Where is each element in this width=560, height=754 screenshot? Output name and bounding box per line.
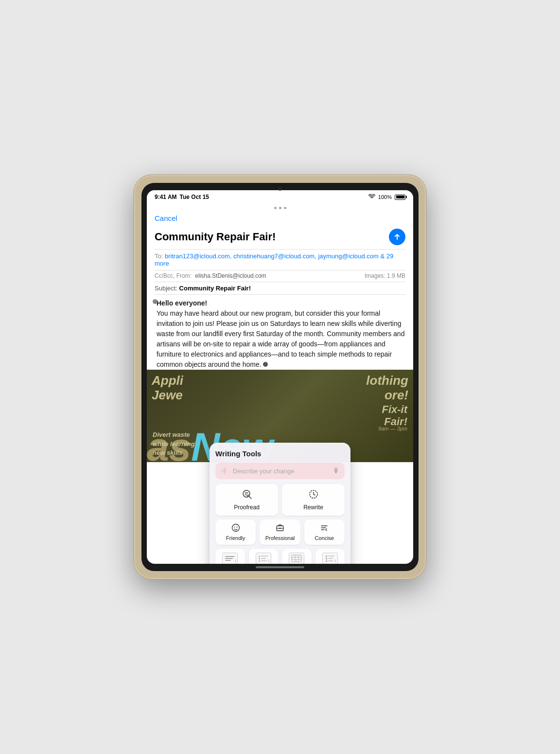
battery-icon	[395, 195, 405, 200]
rewrite-icon	[308, 489, 319, 502]
device-wrapper: 9:41 AM Tue Oct 15 100%	[124, 168, 436, 586]
status-date: Tue Oct 15	[180, 194, 209, 200]
svg-point-7	[232, 524, 239, 532]
writing-tools-tone-buttons: Friendly	[215, 520, 345, 545]
subject-line: Subject: Community Repair Fair!	[155, 282, 405, 294]
summary-icon: ↓	[222, 553, 238, 564]
writing-tools-input[interactable]: Describe your change	[233, 467, 329, 475]
subject-row: Community Repair Fair!	[155, 227, 405, 249]
table-button[interactable]: ↓ Table	[282, 549, 312, 564]
email-body-text[interactable]: Hello everyone! You may have heard about…	[147, 294, 413, 370]
ipad-screen: 9:41 AM Tue Oct 15 100%	[147, 190, 413, 564]
body-greeting: Hello everyone!	[157, 299, 207, 307]
status-bar: 9:41 AM Tue Oct 15 100%	[147, 190, 413, 204]
svg-point-8	[234, 527, 235, 528]
email-subject: Community Repair Fair!	[155, 231, 389, 243]
ipad-bezel: 9:41 AM Tue Oct 15 100%	[141, 183, 419, 571]
writing-tools-panel: Writing Tools	[210, 443, 350, 564]
writing-tools-input-row[interactable]: Describe your change 🎙	[215, 463, 345, 479]
cc-label: Cc/Bcc, From: elisha.StDenis@icloud.com	[155, 272, 266, 279]
concise-label: Concise	[315, 535, 334, 541]
professional-label: Professional	[265, 535, 295, 541]
list-icon: ↓	[322, 553, 338, 564]
proofread-label: Proofread	[234, 504, 260, 511]
list-button[interactable]: ↓ List	[315, 549, 345, 564]
dot-2	[279, 207, 281, 209]
rewrite-label: Rewrite	[303, 504, 323, 511]
rewrite-button[interactable]: Rewrite	[282, 484, 345, 516]
microphone-icon[interactable]: 🎙	[333, 467, 340, 475]
cancel-row: Cancel	[155, 212, 405, 227]
banner-top-right: lothing ore!	[366, 374, 408, 403]
svg-line-2	[249, 497, 251, 499]
concise-button[interactable]: Concise	[304, 520, 345, 545]
professional-icon	[276, 523, 284, 534]
summary-button[interactable]: ↓ Summary	[215, 549, 245, 564]
concise-icon	[320, 523, 329, 534]
cancel-button[interactable]: Cancel	[155, 214, 177, 222]
selection-handle-left	[153, 299, 158, 304]
friendly-icon	[231, 523, 240, 534]
svg-text:↓: ↓	[296, 559, 297, 562]
friendly-label: Friendly	[226, 535, 245, 541]
selection-handle-right	[263, 362, 268, 367]
svg-rect-12	[279, 528, 280, 529]
to-row: To: britran123@icloud.com, christinehuan…	[155, 250, 405, 270]
home-bar	[256, 566, 304, 568]
battery-percent: 100%	[378, 194, 392, 200]
friendly-button[interactable]: Friendly	[215, 520, 256, 545]
status-right: 100%	[368, 194, 405, 200]
key-points-icon: ↓	[256, 553, 271, 564]
banner-divert-text: Divert waste while learning new skills	[153, 431, 195, 457]
to-label: To:	[155, 252, 163, 260]
email-recipients[interactable]: britran123@icloud.com, christinehuang7@i…	[155, 252, 393, 267]
writing-tools-big-buttons: Proofread Rewrite	[215, 484, 345, 516]
writing-tools-format-buttons: ↓ Summary	[215, 549, 345, 564]
dot-3	[284, 207, 286, 209]
wifi-icon	[368, 194, 375, 200]
email-header: Cancel Community Repair Fair! To:	[147, 212, 413, 294]
proofread-button[interactable]: Proofread	[215, 484, 278, 516]
from-address: elisha.StDenis@icloud.com	[195, 272, 266, 279]
key-points-button[interactable]: ↓ Key Points	[249, 549, 279, 564]
proofread-icon	[242, 489, 252, 502]
sparkle-icon	[220, 467, 229, 475]
three-dots-menu[interactable]	[147, 204, 413, 212]
body-text: You may have heard about our new program…	[157, 309, 404, 368]
table-icon: ↓	[289, 553, 304, 564]
dot-1	[274, 207, 277, 209]
cc-row: Cc/Bcc, From: elisha.StDenis@icloud.com …	[155, 270, 405, 282]
svg-point-9	[236, 527, 237, 528]
email-body-wrapper: Hello everyone! You may have heard about…	[147, 294, 413, 564]
banner-top-left: Appli Jewe	[152, 374, 183, 403]
banner-fix-it: Fix-it Fair!	[382, 404, 407, 428]
professional-button[interactable]: Professional	[260, 520, 300, 545]
status-time: 9:41 AM	[155, 194, 177, 200]
writing-tools-title: Writing Tools	[215, 449, 345, 458]
subject-value: Community Repair Fair!	[179, 285, 251, 292]
send-button[interactable]	[389, 229, 405, 245]
ipad-body: 9:41 AM Tue Oct 15 100%	[134, 175, 426, 579]
front-camera	[279, 188, 281, 191]
images-label: Images: 1.9 MB	[365, 272, 405, 279]
